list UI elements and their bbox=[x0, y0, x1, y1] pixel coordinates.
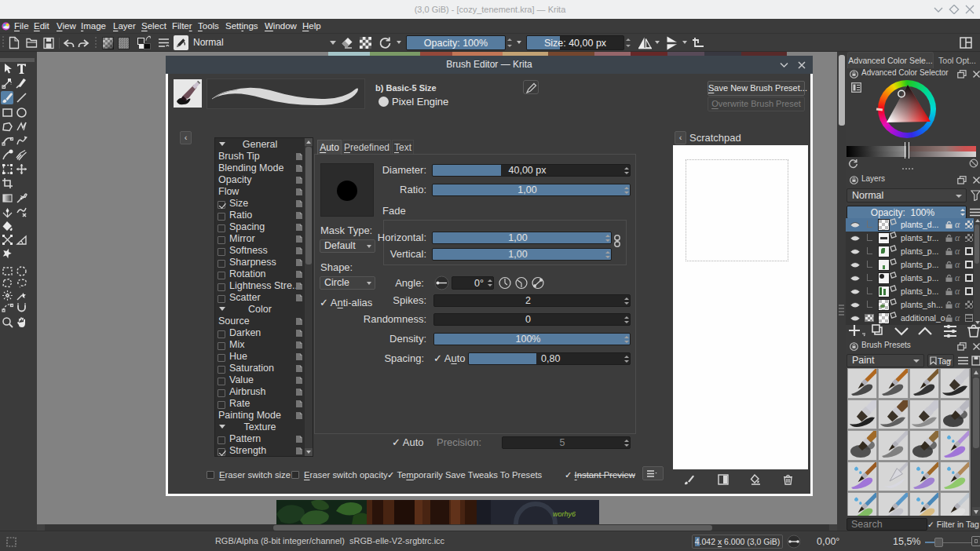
svg-text:worhy6: worhy6 bbox=[553, 510, 576, 518]
